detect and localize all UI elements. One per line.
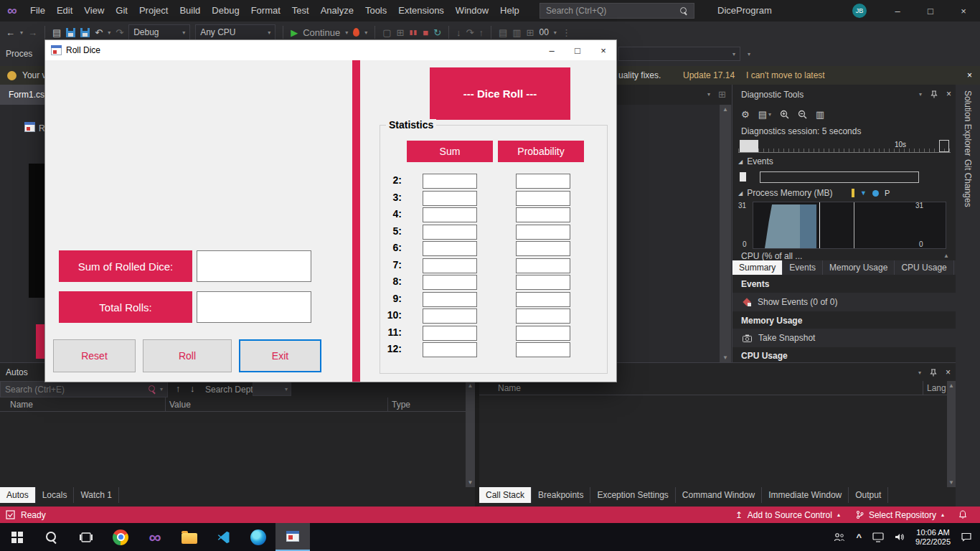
- window-layout-icon[interactable]: ⊞: [397, 28, 405, 37]
- continue-label[interactable]: Continue: [303, 27, 340, 38]
- pin-icon[interactable]: [930, 369, 937, 377]
- take-snapshot-row[interactable]: Take Snapshot: [732, 329, 956, 347]
- diagram-icon[interactable]: ▥: [512, 28, 521, 37]
- total-rolls-input[interactable]: [197, 291, 311, 323]
- toolbar-overflow-chevron-icon[interactable]: ▾: [748, 51, 750, 57]
- infobar-close-icon[interactable]: ×: [967, 70, 972, 80]
- new-file-icon[interactable]: ▤: [52, 28, 61, 37]
- restart-icon[interactable]: ↻: [433, 28, 441, 37]
- tab-solution-explorer[interactable]: Solution Explorer: [963, 90, 973, 156]
- menu-item-help[interactable]: Help: [494, 0, 525, 22]
- reset-button[interactable]: Reset: [53, 339, 136, 372]
- network-icon[interactable]: [872, 532, 884, 542]
- search-prev-icon[interactable]: ↑: [176, 384, 181, 393]
- minimize-button[interactable]: –: [881, 0, 914, 22]
- window-tool-icon[interactable]: ▢: [382, 28, 391, 37]
- sum-value-input[interactable]: [423, 241, 477, 256]
- action-center-icon[interactable]: [961, 532, 971, 542]
- probability-value-input[interactable]: [516, 207, 570, 222]
- start-button[interactable]: [0, 523, 34, 551]
- menu-item-view[interactable]: View: [78, 0, 110, 22]
- update-link[interactable]: Update 17.14: [683, 70, 735, 80]
- add-to-source-control-button[interactable]: Add to Source Control: [748, 510, 832, 520]
- sum-value-input[interactable]: [423, 207, 477, 222]
- scroll-down-icon[interactable]: ▼: [468, 479, 473, 486]
- tab-command-window[interactable]: Command Window: [676, 487, 762, 503]
- save-all-icon[interactable]: [80, 28, 90, 37]
- volume-icon[interactable]: [895, 532, 905, 542]
- panel-chevron-icon[interactable]: ▾: [918, 369, 921, 376]
- editor-scrollbar[interactable]: ▲ ▼: [720, 105, 731, 362]
- dialog-titlebar[interactable]: Roll Dice – □ ×: [45, 40, 616, 60]
- tab-breakpoints[interactable]: Breakpoints: [532, 487, 590, 503]
- save-icon[interactable]: [66, 28, 75, 37]
- continue-dropdown-icon[interactable]: ▾: [345, 29, 348, 36]
- back-dropdown-icon[interactable]: ▾: [20, 29, 23, 36]
- probability-value-input[interactable]: [516, 241, 570, 256]
- toolbar-overflow-icon[interactable]: ⋮: [562, 28, 571, 37]
- sum-value-input[interactable]: [423, 174, 477, 189]
- tab-watch-1[interactable]: Watch 1: [74, 487, 119, 503]
- sum-value-input[interactable]: [423, 191, 477, 206]
- notification-bell-icon[interactable]: [958, 510, 967, 519]
- people-icon[interactable]: [834, 532, 845, 542]
- probability-value-input[interactable]: [516, 342, 570, 357]
- menu-item-build[interactable]: Build: [174, 0, 206, 22]
- sum-value-input[interactable]: [423, 342, 477, 357]
- probability-value-input[interactable]: [516, 225, 570, 240]
- column-name[interactable]: Name: [498, 383, 521, 393]
- navigate-forward-icon[interactable]: →: [28, 28, 37, 37]
- menu-item-project[interactable]: Project: [133, 0, 174, 22]
- sum-value-input[interactable]: [423, 292, 477, 307]
- edge-button[interactable]: [241, 523, 275, 551]
- search-next-icon[interactable]: ↓: [190, 384, 195, 393]
- scroll-up-icon[interactable]: ▲: [468, 382, 473, 389]
- thread-dropdown[interactable]: ▾: [618, 47, 740, 61]
- zoom-in-icon[interactable]: [780, 110, 789, 119]
- file-explorer-button[interactable]: [172, 523, 207, 551]
- sum-value-input[interactable]: [423, 225, 477, 240]
- redo-icon[interactable]: ↷: [116, 28, 123, 37]
- menu-item-window[interactable]: Window: [450, 0, 494, 22]
- panel-close-icon[interactable]: ×: [946, 89, 951, 99]
- column-separator[interactable]: [923, 381, 923, 395]
- autos-search-input[interactable]: Search (Ctrl+E) ▾: [0, 381, 168, 397]
- zoom-out-icon[interactable]: [798, 110, 807, 119]
- menu-item-git[interactable]: Git: [110, 0, 133, 22]
- create-report-button[interactable]: ▤ ▾: [758, 110, 771, 119]
- menu-item-extensions[interactable]: Extensions: [392, 0, 450, 22]
- dice-program-taskbar-button[interactable]: [275, 523, 310, 551]
- column-value[interactable]: Value: [169, 400, 191, 410]
- tab-call-stack[interactable]: Call Stack: [479, 487, 532, 503]
- cant-move-link[interactable]: I can't move to latest: [746, 70, 825, 80]
- dialog-minimize-button[interactable]: –: [539, 40, 565, 60]
- memory-section-header[interactable]: ◢ Process Memory (MB) ▼ P: [738, 188, 951, 198]
- sum-value-input[interactable]: [423, 326, 477, 341]
- sum-value-input[interactable]: [423, 275, 477, 290]
- hot-reload-dropdown-icon[interactable]: ▾: [364, 29, 367, 36]
- tab-git-changes[interactable]: Git Changes: [963, 159, 973, 207]
- callstack-scrollbar[interactable]: ▲ ▼: [947, 381, 956, 487]
- show-events-row[interactable]: Show Events (0 of 0): [732, 293, 956, 311]
- column-name[interactable]: Name: [10, 400, 33, 410]
- diag-tab-events[interactable]: Events: [783, 260, 823, 275]
- chevron-down-icon[interactable]: ▾: [160, 386, 163, 392]
- diagnostics-timeline[interactable]: 10s: [738, 139, 951, 155]
- timeline-view-icon[interactable]: ▥: [816, 110, 824, 119]
- menu-item-tools[interactable]: Tools: [359, 0, 392, 22]
- caret-up-icon[interactable]: ▴: [837, 512, 840, 518]
- probability-value-input[interactable]: [516, 191, 570, 206]
- roll-button[interactable]: Roll: [143, 339, 232, 372]
- probability-value-input[interactable]: [516, 326, 570, 341]
- counter-dropdown-icon[interactable]: ▾: [554, 29, 557, 36]
- column-separator[interactable]: [165, 397, 166, 412]
- menu-item-format[interactable]: Format: [245, 0, 286, 22]
- exit-button[interactable]: Exit: [239, 339, 321, 372]
- probability-value-input[interactable]: [516, 309, 570, 324]
- maximize-button[interactable]: □: [914, 0, 947, 22]
- undo-icon[interactable]: ↶: [95, 28, 103, 37]
- platform-dropdown[interactable]: Any CPU ▾: [195, 24, 275, 40]
- sum-value-input[interactable]: [423, 309, 477, 324]
- taskbar-search-button[interactable]: [34, 523, 69, 551]
- tab-locals[interactable]: Locals: [36, 487, 75, 503]
